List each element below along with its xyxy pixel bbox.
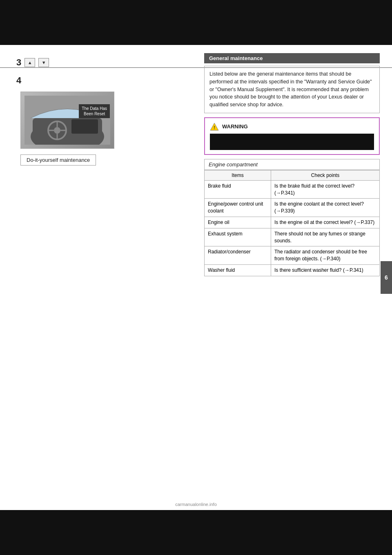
reset-line1: The Data Has [82, 106, 107, 111]
check-cell: Is the engine coolant at the correct lev… [271, 199, 380, 217]
check-cell: There should not be any fumes or strange… [271, 228, 380, 246]
table-row: Brake fluid Is the brake fluid at the co… [205, 180, 380, 199]
svg-rect-9 [71, 119, 98, 134]
left-column: 3 ▲ ▼ 4 [0, 45, 188, 510]
reset-line2: Been Reset [84, 112, 105, 116]
warning-triangle-icon: ! [210, 122, 219, 131]
warning-content [210, 134, 374, 150]
svg-point-4 [54, 127, 60, 134]
table-row: Exhaust system There should not be any f… [205, 228, 380, 246]
item-cell: Brake fluid [205, 180, 271, 199]
car-image-inner [21, 92, 114, 148]
step3-row: 3 ▲ ▼ [16, 57, 180, 68]
check-cell: The radiator and condenser should be fre… [271, 246, 380, 265]
warning-header: ! WARNING [210, 122, 374, 131]
step4-number: 4 [16, 75, 180, 86]
col-header-items: Items [205, 170, 271, 180]
table-row: Engine oil Is the engine oil at the corr… [205, 217, 380, 228]
engine-compartment-header: Engine compartment [204, 159, 380, 170]
table-row: Washer fluid Is there sufficient washer … [205, 264, 380, 276]
item-cell: Radiator/condenser [205, 246, 271, 265]
section-tab-label: 6 [385, 274, 388, 281]
section-tab: 6 [381, 261, 392, 294]
right-column: General maintenance Listed below are the… [200, 45, 392, 510]
bottom-border [0, 510, 392, 555]
item-cell: Engine/power control unit coolant [205, 199, 271, 217]
warning-box: ! WARNING [204, 117, 380, 155]
dashboard-svg [24, 96, 110, 145]
general-maintenance-text: Listed below are the general maintenance… [204, 66, 380, 113]
diy-label: Do-it-yourself maintenance [20, 154, 96, 166]
check-cell: Is there sufficient washer fluid? (→P.34… [271, 264, 380, 276]
watermark: carmanualonline.info [175, 502, 217, 507]
step3-number: 3 [16, 57, 21, 68]
check-cell: Is the brake fluid at the correct level?… [271, 180, 380, 199]
check-cell: Is the engine oil at the correct level? … [271, 217, 380, 228]
table-row: Engine/power control unit coolant Is the… [205, 199, 380, 217]
item-cell: Washer fluid [205, 264, 271, 276]
col-header-check: Check points [271, 170, 380, 180]
nav-up-button[interactable]: ▲ [24, 58, 35, 67]
item-cell: Engine oil [205, 217, 271, 228]
nav-down-button[interactable]: ▼ [38, 58, 49, 67]
warning-title: WARNING [222, 123, 248, 130]
car-image: The Data Has Been Reset [20, 92, 114, 149]
general-maintenance-header: General maintenance [204, 53, 380, 63]
top-border [0, 0, 392, 45]
svg-text:!: ! [214, 125, 215, 130]
page: 3 ▲ ▼ 4 [0, 0, 392, 555]
table-row: Radiator/condenser The radiator and cond… [205, 246, 380, 265]
maintenance-table: Items Check points Brake fluid Is the br… [204, 170, 380, 276]
item-cell: Exhaust system [205, 228, 271, 246]
reset-label-box: The Data Has Been Reset [79, 104, 110, 118]
